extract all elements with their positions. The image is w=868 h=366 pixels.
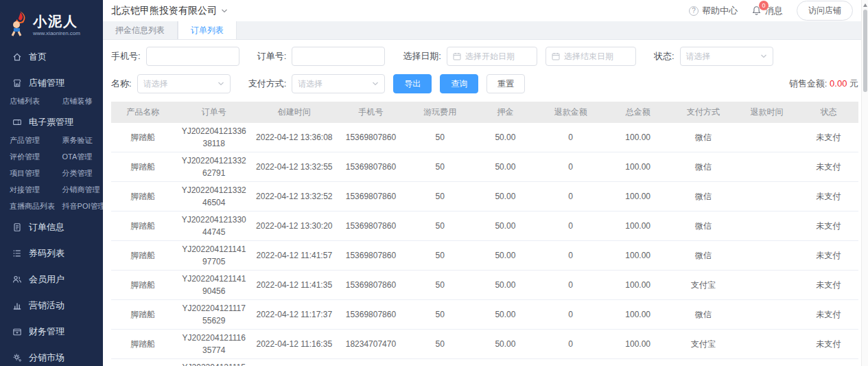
table-cell (735, 330, 799, 359)
phone-input[interactable] (146, 47, 239, 66)
ticket-icon (12, 117, 22, 127)
table-cell: 50.00 (473, 300, 537, 330)
brand-logo[interactable]: 小泥人 www.xiaoniren.com (0, 0, 103, 41)
pay-select-placeholder: 请选择 (298, 78, 322, 90)
sidebar-subitem[interactable]: 店铺装修 (62, 96, 100, 106)
end-date-input[interactable]: 选择结束日期 (546, 47, 636, 66)
scrollbar-thumb[interactable] (863, 10, 867, 92)
table-row[interactable]: 脚踏船YJ202204121115477162022-04-12 11:15:5… (111, 359, 858, 366)
table-cell: 微信 (672, 241, 736, 271)
sidebar-subitem[interactable]: 分类管理 (62, 168, 100, 179)
table-cell: 2022-04-12 11:16:35 (253, 330, 336, 359)
sidebar-subitem[interactable]: 票务验证 (62, 135, 100, 146)
table-cell: 15369807860 (336, 241, 406, 271)
sidebar-subitem[interactable]: 对接管理 (10, 185, 62, 195)
table-cell (735, 300, 799, 330)
search-button[interactable]: 查询 (440, 74, 478, 93)
table-header-row: 产品名称订单号创建时间手机号游玩费用押金退款金额总金额支付方式退款时间状态 (111, 102, 858, 123)
table-cell (735, 152, 799, 182)
table-cell: 0 (537, 271, 605, 300)
name-label: 名称: (111, 78, 132, 90)
table-row[interactable]: 脚踏船YJ202204121116357742022-04-12 11:16:3… (111, 330, 858, 359)
filter-row-1: 手机号: 订单号: 选择日期: 选择开始日期 选择结束日期 状态: 请选择 (111, 47, 858, 66)
sidebar-item-label: 店铺管理 (29, 77, 64, 89)
users-icon (12, 275, 22, 284)
name-select[interactable]: 请选择 (137, 74, 231, 93)
chevron-down-icon (372, 80, 379, 87)
calendar-icon (552, 52, 560, 60)
table-row[interactable]: 脚踏船YJ202204121336381182022-04-12 13:36:0… (111, 123, 858, 152)
sidebar-subitem[interactable]: 店铺列表 (10, 96, 62, 106)
sidebar-item-market[interactable]: 分销市场 (0, 345, 103, 366)
table-cell: 100.00 (605, 182, 672, 211)
sidebar-subitem[interactable]: OTA管理 (62, 152, 100, 162)
vertical-scrollbar[interactable] (861, 0, 868, 366)
table-cell: 未支付 (799, 271, 858, 300)
order-no-input[interactable] (292, 47, 385, 66)
table-cell: 15369807860 (336, 123, 406, 152)
table-row[interactable]: 脚踏船YJ202204121141977052022-04-12 11:41:5… (111, 241, 858, 271)
sidebar-item-list[interactable]: 券码列表 (0, 240, 103, 266)
table-cell: YJ20220412133262791 (175, 152, 253, 182)
table-cell: 2022-04-12 11:17:37 (253, 300, 336, 330)
column-header: 游玩费用 (406, 102, 473, 123)
table-cell: 2022-04-12 13:30:20 (253, 211, 336, 241)
column-header: 押金 (473, 102, 537, 123)
table-cell: 0 (537, 152, 605, 182)
table-row[interactable]: 脚踏船YJ202204121330447452022-04-12 13:30:2… (111, 211, 858, 241)
column-header: 订单号 (175, 102, 253, 123)
sidebar-item-document[interactable]: 订单信息 (0, 214, 103, 240)
sidebar-subitem[interactable]: 分销商管理 (62, 185, 100, 195)
table-cell: 脚踏船 (111, 359, 175, 366)
table-cell: 18234707470 (336, 359, 406, 366)
pay-method-label: 支付方式: (248, 78, 287, 90)
sidebar-subitem[interactable]: 产品管理 (10, 135, 62, 146)
table-row[interactable]: 脚踏船YJ202204121332465042022-04-12 13:32:5… (111, 182, 858, 211)
scrollbar-up-arrow[interactable] (863, 3, 867, 7)
list-icon (12, 249, 22, 258)
tab-order-list[interactable]: 订单列表 (178, 21, 237, 39)
export-button[interactable]: 导出 (393, 74, 432, 93)
table-row[interactable]: 脚踏船YJ202204121332627912022-04-12 13:32:5… (111, 152, 858, 182)
sidebar-item-finance[interactable]: 财务管理 (0, 319, 103, 345)
sidebar-subitem[interactable]: 直播商品列表 (10, 201, 62, 211)
finance-icon (12, 327, 22, 336)
status-select[interactable]: 请选择 (680, 47, 773, 66)
table-cell: 50.00 (473, 182, 537, 211)
message-count-badge: 0 (759, 1, 769, 10)
pay-method-select[interactable]: 请选择 (292, 74, 385, 93)
sidebar-item-home[interactable]: 首页 (0, 44, 103, 70)
table-cell: 50 (406, 123, 473, 152)
sidebar-item-shop[interactable]: 店铺管理 (0, 70, 103, 96)
visit-store-button[interactable]: 访问店铺 (797, 1, 853, 21)
table-cell: YJ20220412111635774 (175, 330, 253, 359)
company-switcher[interactable]: 北京铠甲熊投资有限公司 (111, 5, 228, 17)
table-cell: 15369807860 (336, 182, 406, 211)
sidebar-subitem[interactable]: 项目管理 (10, 168, 62, 179)
sidebar-submenu: 产品管理票务验证评价管理OTA管理项目管理分类管理对接管理分销商管理直播商品列表… (0, 135, 103, 214)
sidebar-item-ticket[interactable]: 电子票管理 (0, 109, 103, 135)
main-area: 北京铠甲熊投资有限公司 ? 帮助中心 0 消息 访问店铺 押金信息列表 订单列表 (103, 0, 868, 366)
name-select-placeholder: 请选择 (143, 78, 168, 90)
table-row[interactable]: 脚踏船YJ202204121117556292022-04-12 11:17:3… (111, 300, 858, 330)
table-cell: 50.00 (473, 271, 537, 300)
orders-table: 产品名称订单号创建时间手机号游玩费用押金退款金额总金额支付方式退款时间状态 脚踏… (111, 102, 858, 366)
messages-link[interactable]: 0 消息 (751, 5, 783, 17)
table-cell: 100.00 (605, 359, 672, 366)
start-date-input[interactable]: 选择开始日期 (447, 47, 537, 66)
table-cell: 50 (406, 182, 473, 211)
table-cell: 100.00 (605, 211, 672, 241)
table-cell: 支付宝 (672, 271, 736, 300)
table-cell: 脚踏船 (111, 271, 175, 300)
table-row[interactable]: 脚踏船YJ202204121141904562022-04-12 11:41:3… (111, 271, 858, 300)
sidebar-item-chart[interactable]: 营销活动 (0, 293, 103, 319)
sidebar-item-users[interactable]: 会员用户 (0, 266, 103, 293)
table-cell: 脚踏船 (111, 330, 175, 359)
table-cell: 100.00 (605, 241, 672, 271)
reset-button[interactable]: 重置 (486, 74, 525, 93)
sidebar-subitem[interactable]: 抖音POI管理 (62, 201, 100, 211)
help-center-link[interactable]: ? 帮助中心 (689, 5, 738, 17)
sidebar-subitem[interactable]: 评价管理 (10, 152, 62, 162)
tab-deposit-list[interactable]: 押金信息列表 (103, 21, 178, 39)
table-cell: 未支付 (799, 123, 858, 152)
